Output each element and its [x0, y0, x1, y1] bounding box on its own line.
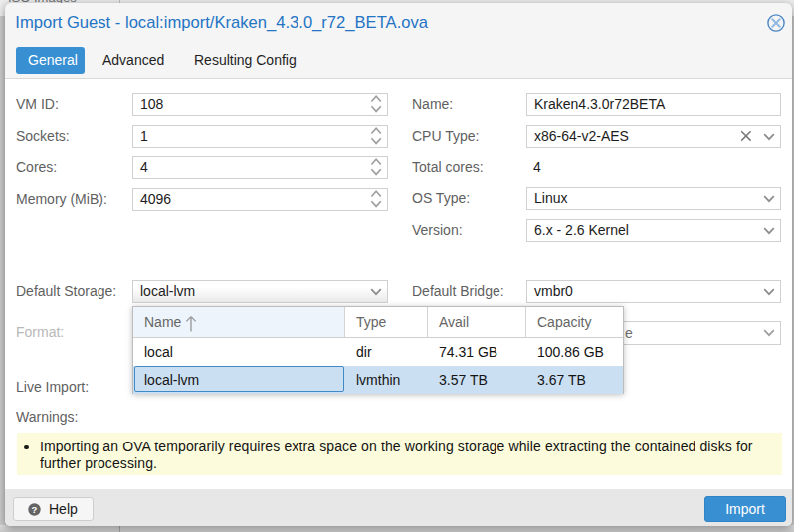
svg-text:?: ?	[32, 504, 38, 515]
